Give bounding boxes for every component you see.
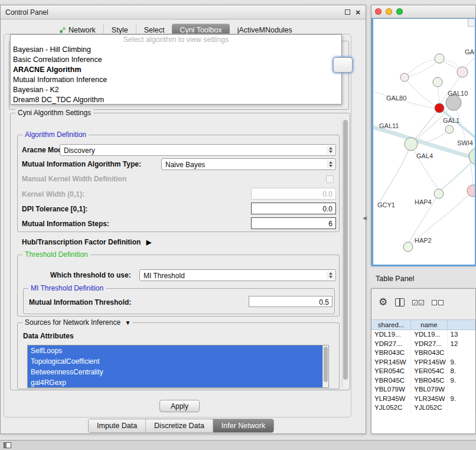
table-row[interactable]: YPR145WYPR145W9.: [371, 358, 475, 367]
network-node[interactable]: [469, 148, 475, 165]
checked-box-icon: ✓: [412, 300, 418, 305]
mi-type-select[interactable]: Naive Bayes: [161, 158, 336, 170]
settings-scrollbar[interactable]: [342, 118, 348, 387]
combo-arrows-icon: [327, 160, 334, 168]
algorithm-option[interactable]: Bayesian - K2: [11, 85, 341, 95]
dpi-tolerance-field[interactable]: 0.0: [251, 203, 336, 214]
algorithm-option[interactable]: ARACNE Algorithm: [11, 65, 341, 75]
attribute-item[interactable]: gal4RGexp: [28, 377, 322, 388]
mi-steps-field[interactable]: 6: [251, 217, 336, 229]
tab-infer-network[interactable]: Infer Network: [213, 419, 273, 432]
hub-definition-expander[interactable]: Hub/Transcription Factor Definition ▶: [22, 238, 151, 246]
column-header-extra[interactable]: [448, 320, 475, 330]
column-header-shared-name[interactable]: shared...: [371, 320, 411, 330]
attribute-item[interactable]: BetweennessCentrality: [28, 367, 322, 377]
which-threshold-label: Which threshold to use:: [50, 271, 131, 279]
table-cell: YJL052C: [411, 403, 447, 413]
manual-kernel-label: Manual Kernel Width Definition: [22, 175, 126, 183]
deselect-columns-icon[interactable]: [432, 300, 444, 305]
which-threshold-select[interactable]: MI Threshold: [139, 269, 336, 281]
attribute-item[interactable]: SelfLoops: [28, 345, 322, 356]
empty-box-icon: [432, 300, 437, 305]
gear-icon[interactable]: ⚙: [379, 297, 387, 308]
mi-threshold-field[interactable]: 0.5: [249, 296, 332, 307]
table-cell: 9.: [448, 376, 475, 386]
data-attributes-listbox: SelfLoopsTopologicalCoefficientBetweenne…: [27, 345, 329, 388]
table-cell: YBR045C: [371, 376, 411, 386]
combo-arrows-icon: [327, 146, 334, 154]
network-node[interactable]: [433, 77, 442, 87]
data-attributes-label: Data Attributes: [23, 332, 74, 340]
network-node[interactable]: [434, 189, 444, 198]
algorithm-popup-list: Bayesian - Hill ClimbingBasic Correlatio…: [11, 45, 341, 105]
kernel-width-label: Kernel Width (0,1):: [22, 190, 84, 198]
table-row[interactable]: YDL19...YDL19...13: [371, 330, 475, 340]
table-cell: YLR345W: [371, 394, 411, 404]
table-cell: 9.: [448, 358, 475, 367]
aracne-mode-value: Discovery: [64, 146, 95, 155]
table-cell: [448, 348, 475, 358]
table-row[interactable]: YBR045CYBR045C9.: [371, 376, 475, 386]
table-row[interactable]: YDR27...YDR27...12: [371, 340, 475, 349]
mi-type-value: Naive Bayes: [165, 161, 205, 169]
settings-scrollbar-thumb[interactable]: [343, 120, 348, 380]
float-window-icon[interactable]: [343, 8, 351, 17]
network-node[interactable]: [445, 125, 454, 133]
network-node[interactable]: [405, 138, 418, 151]
table-cell: YBR043C: [371, 348, 411, 358]
algorithm-option[interactable]: Basic Correlation Inference: [11, 55, 341, 65]
network-node[interactable]: [435, 54, 444, 63]
table-cell: YLR345W: [411, 394, 447, 404]
manual-kernel-checkbox[interactable]: [326, 175, 334, 183]
table-cell: YBL079W: [411, 385, 447, 394]
table-row[interactable]: YLR345WYLR345W9.: [371, 394, 475, 404]
table-row[interactable]: YJL052CYJL052C: [371, 403, 475, 413]
close-window-icon[interactable]: ✕: [354, 8, 362, 17]
attributes-scrollbar[interactable]: [322, 345, 328, 387]
network-canvas-svg: GALGAL80GAL10GAL11GAL1SWI4GAL4GCY1HAP4YH…: [373, 19, 475, 263]
close-traffic-light[interactable]: [375, 8, 382, 15]
table-cell: 9.: [448, 394, 475, 404]
network-node[interactable]: [446, 95, 461, 110]
table-row[interactable]: YBL079WYBL079W: [371, 385, 475, 394]
table-row[interactable]: YBR043CYBR043C: [371, 348, 475, 358]
tab-discretize-data[interactable]: Discretize Data: [145, 419, 213, 432]
kernel-width-field[interactable]: 0.0: [251, 188, 336, 200]
bottom-tabs: Impute Data Discretize Data Infer Networ…: [88, 419, 274, 433]
tab-impute-data[interactable]: Impute Data: [89, 419, 145, 432]
select-columns-icon[interactable]: ✓ ✓: [412, 300, 424, 305]
aracne-mode-select[interactable]: Discovery: [60, 144, 336, 156]
minimize-traffic-light[interactable]: [386, 8, 392, 15]
zoom-traffic-light[interactable]: [396, 8, 403, 15]
sources-group-title[interactable]: Sources for Network Inference ▼: [22, 318, 133, 327]
help-button[interactable]: [333, 57, 353, 73]
columns-icon[interactable]: [395, 298, 405, 306]
control-panel-titlebar: Control Panel ✕: [1, 5, 366, 19]
network-canvas[interactable]: GALGAL80GAL10GAL11GAL1SWI4GAL4GCY1HAP4YH…: [371, 18, 476, 266]
column-header-name[interactable]: name: [411, 320, 447, 330]
window-title: Control Panel: [5, 8, 48, 17]
network-node[interactable]: [435, 103, 444, 113]
network-node[interactable]: [400, 73, 409, 81]
table-row[interactable]: YER054CYER054C8.: [371, 367, 475, 376]
table-cell: YDR27...: [411, 340, 447, 349]
table-header: shared... name: [371, 319, 475, 330]
apply-button[interactable]: Apply: [159, 400, 200, 412]
attribute-item[interactable]: TopologicalCoefficient: [28, 356, 322, 367]
attributes-scrollbar-thumb[interactable]: [324, 347, 328, 382]
algorithm-popup: Select algorithm to view settings Bayesi…: [10, 34, 342, 105]
algorithm-option[interactable]: Mutual Information Inference: [11, 75, 341, 85]
canvas-corner-box: [468, 19, 475, 27]
table-cell: YBR045C: [411, 376, 447, 386]
algorithm-option[interactable]: Dream8 DC_TDC Algorithm: [11, 95, 341, 105]
network-node[interactable]: [403, 242, 413, 252]
sources-group-label: Sources for Network Inference: [25, 318, 120, 327]
algorithm-popup-placeholder: Select algorithm to view settings: [11, 35, 341, 45]
algorithm-option[interactable]: Bayesian - Hill Climbing: [11, 45, 341, 55]
network-node[interactable]: [457, 67, 468, 77]
data-attributes-list: SelfLoopsTopologicalCoefficientBetweenne…: [28, 345, 322, 388]
splitter-collapse-icon[interactable]: ◀: [363, 215, 367, 221]
network-node-label: GAL1: [443, 117, 459, 124]
show-panel-icon[interactable]: [4, 442, 11, 448]
table-cell: [448, 403, 475, 413]
